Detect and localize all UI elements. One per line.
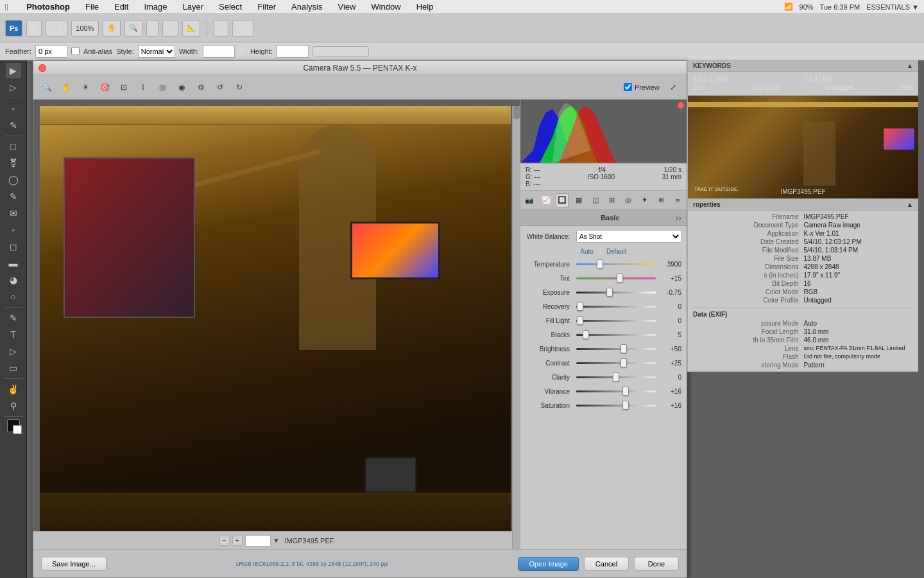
hand-tool-raw[interactable]: ✋	[58, 79, 74, 96]
camera-cal-btn[interactable]: ⊗	[655, 193, 668, 207]
rotate-cw[interactable]: ↻	[231, 79, 248, 96]
split-tone-btn[interactable]: ◫	[589, 193, 602, 207]
slider-thumb-3[interactable]	[577, 302, 583, 311]
scrollbar-thumb-v[interactable]	[513, 106, 520, 119]
default-btn[interactable]: Default	[606, 248, 627, 255]
save-image-btn[interactable]: Save Image...	[41, 557, 107, 571]
histogram-close-btn[interactable]	[678, 102, 684, 109]
menu-edit[interactable]: Edit	[112, 2, 131, 12]
slider-thumb-9[interactable]	[622, 387, 629, 396]
zoom-display[interactable]: 100%	[71, 20, 98, 37]
basic-icon-btn[interactable]: 🔲	[556, 193, 569, 207]
eyedropper-tool[interactable]: ⚧	[6, 155, 21, 171]
rotate-ccw[interactable]: ↺	[212, 79, 228, 96]
open-image-btn[interactable]: Open Image	[518, 557, 579, 571]
menu-analysis[interactable]: Analysis	[289, 2, 325, 12]
height-input[interactable]	[277, 45, 309, 58]
hand-tool-side[interactable]: ✌	[6, 381, 21, 397]
arrange-tool[interactable]: ⊞	[214, 20, 228, 37]
foreground-color[interactable]	[7, 419, 20, 432]
effects-icon-btn[interactable]: ✦	[638, 193, 651, 207]
crop-tool-raw[interactable]: ⊡	[116, 79, 132, 96]
menu-filter[interactable]: Filter	[255, 2, 278, 12]
detail-icon-btn[interactable]: ⊞	[606, 193, 619, 207]
text-tool[interactable]: T	[6, 327, 21, 342]
slider-thumb-2[interactable]	[606, 288, 613, 297]
done-btn[interactable]: Done	[634, 557, 679, 571]
slider-track-container-6[interactable]	[576, 344, 656, 354]
menu-select[interactable]: Select	[216, 2, 244, 12]
auto-btn[interactable]: Auto	[580, 248, 594, 255]
retouch-tool[interactable]: ◎	[154, 79, 171, 96]
dodge-tool[interactable]: ○	[6, 289, 21, 304]
slider-thumb-7[interactable]	[620, 358, 627, 367]
menu-image[interactable]: Image	[141, 2, 169, 12]
wb-tool[interactable]: ☀	[77, 79, 94, 96]
camera-icon-btn[interactable]: 📷	[523, 193, 536, 207]
magic-wand-tool[interactable]: ✎	[6, 118, 21, 133]
hsl-icon-btn[interactable]: ▦	[572, 193, 585, 207]
menu-view[interactable]: View	[336, 2, 359, 12]
brush-tool[interactable]: ✎	[6, 189, 21, 204]
curve-icon-btn[interactable]: 📈	[540, 193, 552, 207]
slider-track-container-2[interactable]	[576, 287, 656, 297]
view-options[interactable]: ⊞▼	[46, 20, 67, 37]
redeye-tool[interactable]: ◉	[173, 79, 190, 96]
slider-track-container-9[interactable]	[576, 386, 656, 396]
eraser-tool[interactable]: ◻	[6, 239, 21, 254]
menu-help[interactable]: Help	[414, 2, 436, 12]
essentials-btn[interactable]: ESSENTIALS ▼	[866, 3, 919, 11]
pen-tool[interactable]: ✎	[6, 310, 21, 326]
stamp-tool[interactable]: ✉	[6, 206, 21, 221]
slider-track-container-3[interactable]	[576, 301, 656, 311]
slider-track-container-0[interactable]	[576, 259, 656, 269]
cancel-btn[interactable]: Cancel	[584, 557, 629, 571]
lasso-tool-side[interactable]: ◦	[6, 101, 21, 116]
zoom-tool[interactable]: 🔍	[124, 20, 142, 37]
zoom-tool-raw[interactable]: 🔍	[38, 79, 55, 96]
antialias-checkbox[interactable]	[71, 47, 80, 55]
preview-label[interactable]: Preview	[624, 83, 660, 91]
menu-photoshop[interactable]: Photoshop	[24, 2, 73, 12]
wb-select[interactable]: As Shot Auto Daylight Cloudy	[576, 230, 681, 243]
crop-tool-side[interactable]: □	[6, 139, 21, 154]
zoom-in-btn[interactable]: +	[232, 536, 243, 546]
slider-thumb-4[interactable]	[577, 316, 583, 325]
slider-thumb-8[interactable]	[613, 372, 619, 381]
slider-thumb-0[interactable]	[597, 259, 603, 268]
lasso-tool[interactable]: ⌇	[146, 20, 158, 37]
zoom-out-btn[interactable]: −	[219, 536, 230, 546]
prefs-raw[interactable]: ⚙	[193, 79, 209, 96]
menu-file[interactable]: File	[83, 2, 101, 12]
slider-track-container-7[interactable]	[576, 358, 656, 368]
feather-input[interactable]	[35, 45, 67, 58]
gradient-tool[interactable]: ▬	[6, 256, 21, 271]
scrollbar-v[interactable]	[512, 106, 520, 549]
crop-tool[interactable]: ⌘	[162, 20, 178, 37]
path-select[interactable]: ▷	[6, 344, 21, 359]
shape-tool[interactable]: ▭	[6, 360, 21, 376]
keywords-arrow[interactable]: ▲	[907, 62, 913, 69]
refine-edge-btn[interactable]: Refine Edge...	[312, 46, 369, 57]
apple-menu[interactable]: 	[5, 2, 8, 12]
style-select[interactable]: Normal	[138, 45, 175, 58]
straighten-tool[interactable]: ⌇	[135, 79, 151, 96]
slider-track-container-1[interactable]	[576, 273, 656, 283]
lens-icon-btn[interactable]: ◎	[622, 193, 635, 207]
menu-layer[interactable]: Layer	[180, 2, 207, 12]
slider-track-container-10[interactable]	[576, 400, 656, 410]
zoom-arrow-btn[interactable]: ▼	[273, 537, 280, 544]
width-input[interactable]	[203, 45, 235, 58]
dialog-close-btn[interactable]	[38, 64, 46, 72]
menu-window[interactable]: Window	[368, 2, 403, 12]
measure-tool[interactable]: 📐	[182, 20, 200, 37]
marquee-tool[interactable]: ▣	[26, 20, 42, 37]
slider-thumb-10[interactable]	[622, 401, 629, 410]
color-sampler[interactable]: 🎯	[96, 79, 113, 96]
zoom-tool-side[interactable]: ⚲	[6, 398, 21, 414]
slider-track-container-5[interactable]	[576, 329, 656, 340]
properties-arrow[interactable]: ▲	[907, 201, 913, 208]
selection-tool[interactable]: ▶	[6, 63, 21, 78]
preview-checkbox[interactable]	[624, 83, 632, 91]
history-brush[interactable]: ◦	[6, 222, 21, 238]
